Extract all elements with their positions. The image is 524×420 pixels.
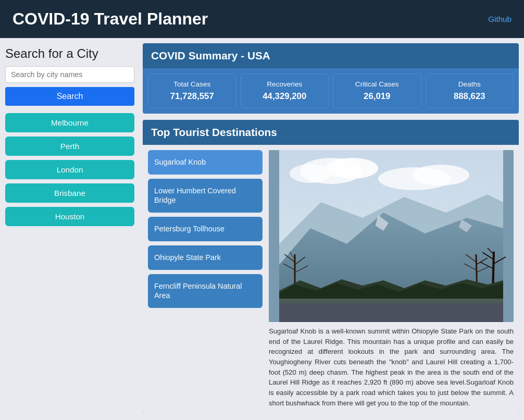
app-header: COVID-19 Travel Planner Github bbox=[0, 0, 524, 38]
city-btn-london[interactable]: London bbox=[5, 160, 134, 179]
city-btn-houston[interactable]: Houston bbox=[5, 207, 134, 226]
stat-card: Total Cases 71,728,557 bbox=[148, 73, 236, 108]
stat-card: Critical Cases 26,019 bbox=[333, 73, 421, 108]
city-btn-melbourne[interactable]: Melbourne bbox=[5, 113, 134, 132]
destination-btn-ohiopyle[interactable]: Ohiopyle State Park bbox=[148, 245, 263, 270]
content-area: COVID Summary - USA Total Cases 71,728,5… bbox=[143, 43, 519, 414]
svg-marker-29 bbox=[279, 299, 503, 322]
covid-summary-section: COVID Summary - USA Total Cases 71,728,5… bbox=[143, 43, 519, 114]
city-btn-brisbane[interactable]: Brisbane bbox=[5, 183, 134, 203]
tourist-section: Top Tourist Destinations Sugarloaf KnobL… bbox=[143, 120, 519, 414]
destination-btn-humbert[interactable]: Lower Humbert Covered Bridge bbox=[148, 179, 263, 213]
stat-label: Critical Cases bbox=[338, 80, 417, 88]
destination-list: Sugarloaf KnobLower Humbert Covered Brid… bbox=[148, 150, 263, 409]
svg-point-3 bbox=[290, 164, 331, 183]
search-input[interactable] bbox=[5, 66, 134, 83]
covid-summary-header: COVID Summary - USA bbox=[143, 43, 519, 68]
app-title: COVID-19 Travel Planner bbox=[13, 9, 208, 29]
svg-point-5 bbox=[412, 165, 469, 186]
destination-btn-ferncliff[interactable]: Ferncliff Peninsula Natural Area bbox=[148, 274, 263, 308]
tourist-content: Sugarloaf KnobLower Humbert Covered Brid… bbox=[143, 145, 519, 414]
city-btn-perth[interactable]: Perth bbox=[5, 137, 134, 156]
destination-scene-svg bbox=[269, 150, 514, 322]
sidebar: Search for a City Search MelbournePerthL… bbox=[5, 43, 134, 414]
destination-description: Sugarloaf Knob is a well-known summit wi… bbox=[269, 326, 514, 409]
destination-btn-petersburg[interactable]: Petersburg Tollhouse bbox=[148, 217, 263, 241]
stat-card: Recoveries 44,329,200 bbox=[241, 73, 329, 108]
stat-value: 44,329,200 bbox=[245, 91, 325, 102]
destination-btn-sugarloaf[interactable]: Sugarloaf Knob bbox=[148, 150, 263, 175]
city-list: MelbournePerthLondonBrisbaneHouston bbox=[5, 113, 134, 226]
destination-detail: Sugarloaf Knob is a well-known summit wi… bbox=[269, 150, 514, 409]
stat-card: Deaths 888,623 bbox=[426, 73, 514, 108]
stat-value: 888,623 bbox=[430, 91, 509, 102]
stat-label: Deaths bbox=[430, 80, 509, 88]
main-layout: Search for a City Search MelbournePerthL… bbox=[0, 38, 524, 419]
tourist-section-title: Top Tourist Destinations bbox=[151, 126, 277, 138]
destination-image bbox=[269, 150, 514, 322]
sidebar-title: Search for a City bbox=[5, 46, 134, 61]
covid-summary-title: COVID Summary - USA bbox=[151, 50, 270, 61]
covid-stats-row: Total Cases 71,728,557 Recoveries 44,329… bbox=[143, 68, 519, 114]
stat-value: 71,728,557 bbox=[153, 91, 232, 102]
stat-label: Recoveries bbox=[245, 80, 325, 88]
github-link[interactable]: Github bbox=[488, 15, 511, 23]
stat-label: Total Cases bbox=[153, 80, 232, 88]
svg-point-2 bbox=[326, 158, 378, 179]
stat-value: 26,019 bbox=[338, 91, 417, 102]
tourist-section-header: Top Tourist Destinations bbox=[143, 120, 519, 145]
search-button[interactable]: Search bbox=[5, 87, 134, 106]
